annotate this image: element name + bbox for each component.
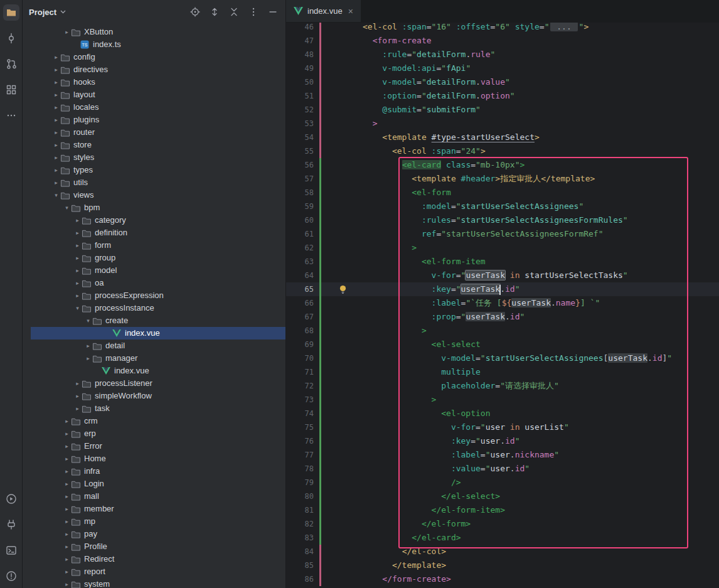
tree-item-system[interactable]: ▸system (31, 578, 285, 588)
code-line-65[interactable]: 65 :key="userTask.id" (286, 282, 719, 296)
chevron-down-icon[interactable]: ▾ (73, 302, 82, 314)
chevron-down-icon[interactable]: ▾ (52, 189, 60, 201)
chevron-right-icon[interactable]: ▸ (73, 390, 82, 402)
tree-item-group[interactable]: ▸group (31, 252, 285, 264)
chevron-down-icon[interactable]: ▾ (63, 201, 71, 214)
code-line-46[interactable]: 46<el-col :span="16" :offset="6" style="… (286, 23, 719, 34)
code-line-51[interactable]: 51 :option="detailForm.option" (286, 89, 719, 103)
chevron-right-icon[interactable]: ▸ (73, 227, 82, 239)
close-icon[interactable]: × (348, 7, 353, 16)
tree-item-utils[interactable]: ▸utils (31, 176, 285, 189)
chevron-right-icon[interactable]: ▸ (52, 151, 60, 164)
code-line-72[interactable]: 72 placeholder="请选择审批人" (286, 379, 719, 393)
tree-item-task[interactable]: ▸task (31, 402, 285, 415)
tree-item-category[interactable]: ▸category (31, 214, 285, 227)
tree-item-definition[interactable]: ▸definition (31, 227, 285, 239)
code-line-82[interactable]: 82 </el-form> (286, 517, 719, 531)
tree-item-report[interactable]: ▸report (31, 565, 285, 578)
chevron-right-icon[interactable]: ▸ (73, 289, 82, 302)
tree-item-router[interactable]: ▸router (31, 126, 285, 139)
code-line-66[interactable]: 66 :label="`任务 [${userTask.name}] `" (286, 296, 719, 310)
chevron-right-icon[interactable]: ▸ (63, 540, 71, 553)
tree-item-bpm[interactable]: ▾bpm (31, 201, 285, 214)
code-line-83[interactable]: 83 </el-card> (286, 531, 719, 545)
tree-item-infra[interactable]: ▸infra (31, 465, 285, 478)
tree-item-model[interactable]: ▸model (31, 264, 285, 277)
structure-icon[interactable] (3, 82, 19, 98)
hide-panel-icon[interactable] (267, 6, 279, 18)
chevron-right-icon[interactable]: ▸ (73, 402, 82, 415)
tree-item-styles[interactable]: ▸styles (31, 151, 285, 164)
chevron-right-icon[interactable]: ▸ (73, 377, 82, 390)
chevron-right-icon[interactable]: ▸ (63, 478, 71, 490)
pull-requests-icon[interactable] (3, 56, 19, 72)
terminal-icon[interactable] (3, 542, 19, 559)
chevron-right-icon[interactable]: ▸ (52, 63, 60, 76)
code-line-70[interactable]: 70 v-model="startUserSelectAssignees[use… (286, 351, 719, 365)
tree-item-index.vue[interactable]: index.vue (31, 327, 285, 339)
tree-item-views[interactable]: ▾views (31, 189, 285, 201)
tree-item-index.ts[interactable]: TSindex.ts (31, 38, 285, 51)
tree-item-XButton[interactable]: ▸XButton (31, 26, 285, 38)
code-line-68[interactable]: 68 > (286, 324, 719, 338)
code-line-58[interactable]: 58 <el-form (286, 186, 719, 200)
tree-item-mp[interactable]: ▸mp (31, 515, 285, 528)
chevron-right-icon[interactable]: ▸ (63, 553, 71, 565)
tree-item-Login[interactable]: ▸Login (31, 478, 285, 490)
chevron-right-icon[interactable]: ▸ (73, 264, 82, 277)
code-line-64[interactable]: 64 v-for="userTask in startUserSelectTas… (286, 269, 719, 282)
tree-item-create[interactable]: ▾create (31, 314, 285, 327)
tree-item-Redirect[interactable]: ▸Redirect (31, 553, 285, 565)
tree-item-Home[interactable]: ▸Home (31, 452, 285, 465)
code-line-86[interactable]: 86 </form-create> (286, 572, 719, 586)
chevron-right-icon[interactable]: ▸ (63, 415, 71, 427)
chevron-right-icon[interactable]: ▸ (63, 515, 71, 528)
code-line-63[interactable]: 63 <el-form-item (286, 255, 719, 269)
chevron-right-icon[interactable]: ▸ (63, 565, 71, 578)
tree-item-processExpression[interactable]: ▸processExpression (31, 289, 285, 302)
code-line-61[interactable]: 61 ref="startUserSelectAssigneesFormRef" (286, 227, 719, 241)
tree-item-oa[interactable]: ▸oa (31, 277, 285, 289)
tree-item-form[interactable]: ▸form (31, 239, 285, 252)
tree-item-manager[interactable]: ▸manager (31, 352, 285, 365)
tree-item-directives[interactable]: ▸directives (31, 63, 285, 76)
chevron-right-icon[interactable]: ▸ (73, 239, 82, 252)
tree-item-types[interactable]: ▸types (31, 164, 285, 176)
chevron-right-icon[interactable]: ▸ (52, 176, 60, 189)
chevron-right-icon[interactable]: ▸ (52, 164, 60, 176)
tree-item-plugins[interactable]: ▸plugins (31, 114, 285, 126)
chevron-right-icon[interactable]: ▸ (52, 76, 60, 88)
chevron-right-icon[interactable]: ▸ (84, 339, 92, 352)
collapse-all-icon[interactable] (228, 6, 240, 18)
project-selector[interactable]: Project (29, 8, 66, 17)
chevron-right-icon[interactable]: ▸ (63, 490, 71, 503)
chevron-right-icon[interactable]: ▸ (63, 452, 71, 465)
tree-item-Error[interactable]: ▸Error (31, 440, 285, 452)
chevron-right-icon[interactable]: ▸ (63, 440, 71, 452)
chevron-down-icon[interactable]: ▾ (84, 314, 92, 327)
chevron-right-icon[interactable]: ▸ (84, 352, 92, 365)
chevron-right-icon[interactable]: ▸ (63, 26, 71, 38)
chevron-right-icon[interactable]: ▸ (52, 88, 60, 101)
code-line-54[interactable]: 54 <template #type-startUserSelect> (286, 131, 719, 144)
tree-item-processListener[interactable]: ▸processListener (31, 377, 285, 390)
chevron-right-icon[interactable]: ▸ (73, 252, 82, 264)
code-line-73[interactable]: 73 > (286, 393, 719, 407)
code-line-62[interactable]: 62 > (286, 241, 719, 255)
chevron-right-icon[interactable]: ▸ (52, 101, 60, 114)
code-line-69[interactable]: 69 <el-select (286, 338, 719, 351)
tree-item-detail[interactable]: ▸detail (31, 339, 285, 352)
more-icon[interactable] (3, 107, 19, 124)
chevron-right-icon[interactable]: ▸ (63, 503, 71, 515)
code-line-52[interactable]: 52 @submit="submitForm" (286, 103, 719, 117)
code-line-85[interactable]: 85 </template> (286, 559, 719, 572)
more-options-icon[interactable] (247, 6, 260, 18)
chevron-right-icon[interactable]: ▸ (52, 114, 60, 126)
tree-item-member[interactable]: ▸member (31, 503, 285, 515)
code-line-48[interactable]: 48 :rule="detailForm.rule" (286, 48, 719, 61)
tree-item-mall[interactable]: ▸mall (31, 490, 285, 503)
code-line-79[interactable]: 79 /> (286, 476, 719, 489)
code-line-84[interactable]: 84 </el-col> (286, 545, 719, 559)
code-line-53[interactable]: 53 > (286, 117, 719, 131)
code-line-78[interactable]: 78 :value="user.id" (286, 462, 719, 476)
